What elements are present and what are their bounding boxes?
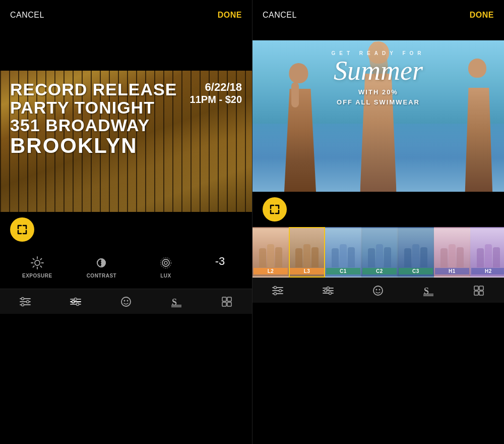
left-cancel-button[interactable]: CANCEL [10, 11, 44, 20]
left-nav-filters[interactable] [16, 293, 34, 311]
right-text-icon: S [422, 285, 434, 297]
adjust-icon [70, 297, 82, 306]
filter-c1-label: C1 [326, 268, 360, 274]
svg-line-8 [33, 266, 34, 267]
svg-point-26 [77, 303, 79, 305]
left-black-spacer [0, 212, 252, 247]
svg-point-49 [373, 286, 383, 295]
right-panel: CANCEL DONE [252, 0, 504, 444]
svg-rect-57 [474, 291, 478, 295]
svg-point-18 [22, 297, 24, 300]
left-nav-text[interactable]: S [167, 293, 185, 311]
svg-rect-36 [227, 302, 231, 306]
contrast-tool[interactable]: CONTRAST [86, 255, 116, 279]
svg-point-20 [22, 303, 24, 306]
right-expand-icon [270, 204, 280, 214]
filter-h2-label: H2 [471, 268, 504, 274]
right-adjust-icon [322, 286, 334, 295]
filter-h1[interactable]: H1 [434, 227, 470, 278]
svg-rect-34 [227, 297, 231, 301]
swimwear-subtext: WITH 20% OFF ALL SWIMWEAR [337, 87, 420, 107]
svg-point-42 [274, 292, 276, 295]
text-icon: S [170, 296, 182, 308]
svg-rect-33 [222, 297, 226, 301]
left-nav-more[interactable] [218, 293, 236, 311]
record-text-overlay: RECORD RELEASE PARTY TONIGHT 351 BROADWA… [0, 71, 252, 212]
left-bottom-nav: S [0, 289, 252, 314]
right-nav-filters[interactable] [269, 282, 287, 300]
left-expand-button[interactable] [10, 217, 34, 242]
filter-h1-label: H1 [435, 268, 469, 274]
record-line4: BROOKLYN [10, 135, 242, 157]
svg-point-12 [162, 259, 169, 266]
filter-l3[interactable]: L3 [289, 227, 325, 278]
expand-icon [17, 225, 27, 235]
left-done-button[interactable]: DONE [218, 11, 242, 20]
right-nav-adjust[interactable] [319, 282, 337, 300]
filter-c3-label: C3 [399, 268, 433, 274]
record-line1: RECORD RELEASE [10, 81, 242, 99]
right-top-spacer [253, 30, 504, 40]
lux-tool[interactable]: LUX [151, 255, 181, 279]
svg-rect-58 [479, 291, 483, 295]
filter-c2[interactable]: C2 [361, 227, 398, 278]
contrast-label: CONTRAST [87, 273, 117, 279]
lux-icon [158, 255, 174, 271]
svg-line-5 [33, 259, 34, 260]
tools-row: EXPOSURE CONTRAST [0, 252, 252, 281]
svg-point-48 [329, 292, 331, 294]
left-image-container: RECORD RELEASE PARTY TONIGHT 351 BROADWA… [0, 71, 252, 212]
effects-icon [120, 296, 132, 308]
svg-point-29 [127, 300, 129, 301]
left-header: CANCEL DONE [0, 0, 252, 30]
exposure-tool[interactable]: EXPOSURE [22, 255, 52, 279]
svg-point-50 [376, 289, 377, 290]
right-nav-more[interactable] [470, 282, 488, 300]
right-nav-effects[interactable] [369, 282, 387, 300]
svg-point-13 [164, 261, 167, 264]
svg-rect-56 [479, 286, 483, 290]
right-more-icon [473, 285, 485, 297]
swimwear-text-overlay: GET READY FOR Summer WITH 20% OFF ALL SW… [253, 40, 504, 192]
brightness-tool-partial[interactable]: -3 [215, 255, 230, 268]
svg-point-46 [327, 287, 329, 289]
svg-point-40 [274, 286, 276, 289]
record-line3: 351 BROADWAY [10, 117, 242, 135]
left-nav-effects[interactable] [117, 293, 135, 311]
svg-point-25 [72, 300, 75, 303]
svg-point-41 [279, 289, 281, 292]
svg-text:S: S [172, 297, 177, 307]
exposure-label: EXPOSURE [22, 273, 52, 279]
lux-label: LUX [160, 273, 171, 279]
right-black-spacer [253, 192, 504, 227]
right-bottom-nav: S [253, 278, 504, 303]
left-panel: CANCEL DONE RECORD RELEASE PARTY TONIGHT… [0, 0, 252, 444]
svg-point-19 [27, 300, 29, 303]
right-image-container: GET READY FOR Summer WITH 20% OFF ALL SW… [253, 40, 504, 192]
exposure-icon [29, 255, 45, 271]
filter-c3[interactable]: C3 [398, 227, 434, 278]
filter-strip: L2 L3 C1 [253, 227, 504, 278]
right-expand-button[interactable] [263, 197, 287, 221]
contrast-icon [93, 255, 109, 271]
svg-text:S: S [424, 286, 429, 296]
filters-icon [19, 297, 31, 306]
right-filters-icon [272, 286, 284, 295]
filter-l2[interactable]: L2 [253, 227, 289, 278]
left-controls: EXPOSURE CONTRAST [0, 247, 252, 289]
svg-point-24 [75, 298, 77, 300]
right-cancel-button[interactable]: CANCEL [263, 11, 297, 20]
more-icon [221, 296, 233, 308]
right-nav-text[interactable]: S [419, 282, 437, 300]
filter-l3-label: L3 [290, 268, 324, 274]
filter-c1[interactable]: C1 [325, 227, 361, 278]
top-spacer [0, 30, 252, 71]
svg-point-0 [35, 260, 40, 265]
filter-c2-label: C2 [362, 268, 397, 274]
brightness-value: -3 [215, 255, 225, 268]
svg-point-47 [324, 289, 327, 292]
left-nav-adjust[interactable] [67, 293, 85, 311]
svg-rect-35 [222, 302, 226, 306]
right-done-button[interactable]: DONE [470, 11, 494, 20]
filter-h2[interactable]: H2 [470, 227, 504, 278]
